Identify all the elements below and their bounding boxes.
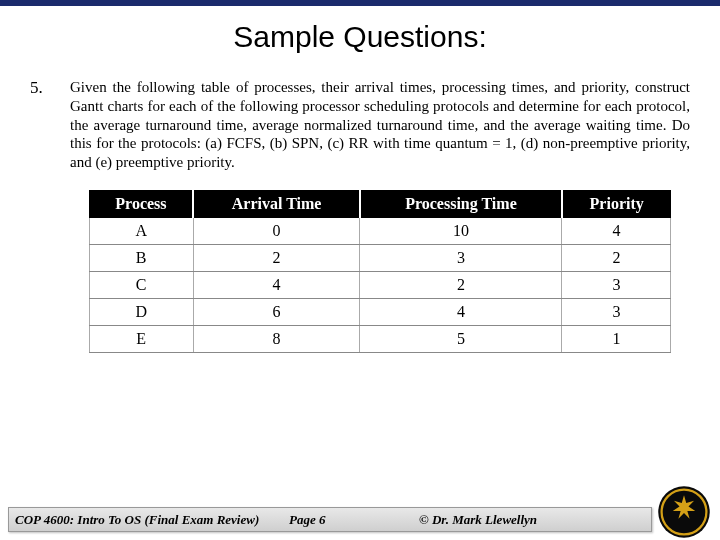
footer-page: Page 6 xyxy=(289,512,409,528)
question-body: Given the following table of processes, … xyxy=(70,78,690,353)
cell-processing: 4 xyxy=(360,298,562,325)
cell-priority: 2 xyxy=(562,244,671,271)
cell-priority: 4 xyxy=(562,217,671,244)
question-text: Given the following table of processes, … xyxy=(70,78,690,172)
cell-processing: 2 xyxy=(360,271,562,298)
col-priority: Priority xyxy=(562,190,671,217)
cell-processing: 10 xyxy=(360,217,562,244)
cell-priority: 3 xyxy=(562,298,671,325)
table-row: C 4 2 3 xyxy=(89,271,671,298)
question-number: 5. xyxy=(30,78,70,353)
process-table: Process Arrival Time Processing Time Pri… xyxy=(89,190,672,353)
cell-arrival: 6 xyxy=(193,298,360,325)
table-row: A 0 10 4 xyxy=(89,217,671,244)
footer-bar: COP 4600: Intro To OS (Final Exam Review… xyxy=(8,507,652,532)
cell-arrival: 4 xyxy=(193,271,360,298)
ucf-logo-icon xyxy=(656,484,712,540)
cell-process: D xyxy=(89,298,193,325)
cell-arrival: 8 xyxy=(193,325,360,352)
cell-processing: 3 xyxy=(360,244,562,271)
question-block: 5. Given the following table of processe… xyxy=(0,78,720,353)
cell-arrival: 2 xyxy=(193,244,360,271)
cell-process: A xyxy=(89,217,193,244)
table-row: D 6 4 3 xyxy=(89,298,671,325)
cell-process: E xyxy=(89,325,193,352)
table-header-row: Process Arrival Time Processing Time Pri… xyxy=(89,190,671,217)
cell-process: C xyxy=(89,271,193,298)
slide-footer: COP 4600: Intro To OS (Final Exam Review… xyxy=(0,500,720,540)
col-arrival: Arrival Time xyxy=(193,190,360,217)
table-row: B 2 3 2 xyxy=(89,244,671,271)
cell-processing: 5 xyxy=(360,325,562,352)
col-processing: Processing Time xyxy=(360,190,562,217)
footer-course: COP 4600: Intro To OS (Final Exam Review… xyxy=(9,512,289,528)
col-process: Process xyxy=(89,190,193,217)
slide-top-border xyxy=(0,0,720,6)
slide-title: Sample Questions: xyxy=(0,20,720,54)
cell-arrival: 0 xyxy=(193,217,360,244)
table-row: E 8 5 1 xyxy=(89,325,671,352)
cell-priority: 3 xyxy=(562,271,671,298)
cell-priority: 1 xyxy=(562,325,671,352)
footer-author: © Dr. Mark Llewellyn xyxy=(409,512,651,528)
cell-process: B xyxy=(89,244,193,271)
